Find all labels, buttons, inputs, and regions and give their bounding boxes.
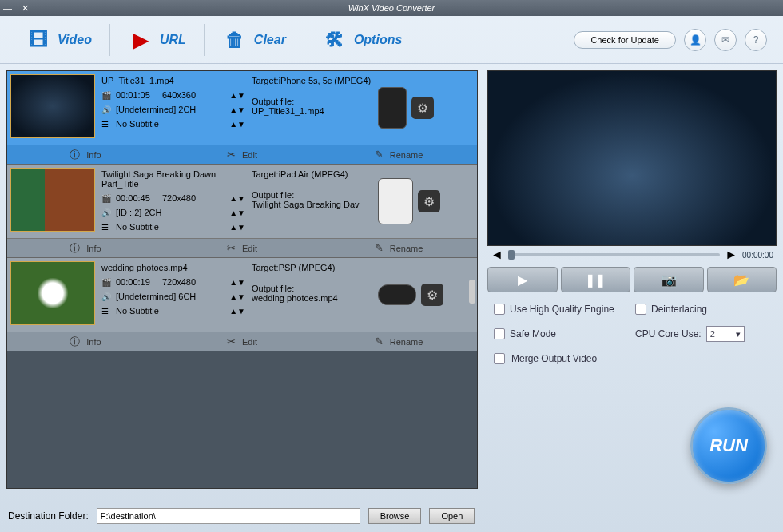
close-button[interactable]: ✕: [22, 3, 29, 14]
speaker-icon: 🔊: [101, 292, 111, 301]
clapper-icon: 🎬: [101, 91, 111, 100]
settings-gear-button[interactable]: ⚙: [411, 97, 434, 119]
output-filename: Twilight Saga Breaking Dav: [252, 200, 372, 209]
rename-button[interactable]: ✎Rename: [320, 335, 477, 347]
video-thumbnail: [10, 261, 95, 325]
snapshot-button[interactable]: 📷: [634, 267, 704, 292]
open-folder-button[interactable]: 📂: [707, 267, 777, 292]
destination-label: Destination Folder:: [8, 510, 89, 522]
audio-stream-stepper[interactable]: ▲▼: [229, 208, 245, 217]
speaker-icon: 🔊: [101, 208, 111, 217]
add-url-button[interactable]: ▶ URL: [118, 24, 196, 56]
scrollbar-grip[interactable]: [469, 280, 475, 304]
video-stream-stepper[interactable]: ▲▼: [229, 91, 245, 100]
timeline-playhead[interactable]: [508, 250, 515, 260]
scissors-icon: ✂: [227, 242, 236, 254]
clapper-icon: 🎬: [101, 278, 111, 287]
trash-icon: 🗑: [222, 27, 248, 53]
scissors-icon: ✂: [227, 335, 236, 347]
check-update-button[interactable]: Check for Update: [574, 31, 676, 49]
merge-output-checkbox[interactable]: [494, 353, 505, 364]
rename-icon: ✎: [375, 242, 384, 254]
scissors-icon: ✂: [227, 149, 236, 161]
high-quality-checkbox[interactable]: [494, 304, 505, 315]
video-filename: UP_Title31_1.mp4: [101, 76, 245, 85]
subtitle-icon: ☰: [101, 223, 111, 232]
edit-button[interactable]: ✂Edit: [164, 149, 320, 161]
device-iphone-icon: [378, 87, 407, 129]
video-thumbnail: [10, 74, 95, 138]
separator: [204, 24, 205, 56]
target-format: Target:iPhone 5s, 5c (MPEG4): [252, 76, 372, 85]
video-list-item[interactable]: Twilight Saga Breaking Dawn Part_Title 🎬…: [7, 165, 477, 258]
audio-stream-stepper[interactable]: ▲▼: [229, 292, 245, 301]
timeline-track[interactable]: [508, 253, 720, 256]
subtitle-stepper[interactable]: ▲▼: [229, 223, 245, 232]
wrench-icon: 🛠: [322, 27, 348, 53]
video-list-item[interactable]: wedding photoes.mp4 🎬00:00:19 720x480▲▼ …: [7, 258, 477, 351]
device-psp-icon: [378, 284, 416, 305]
main-toolbar: 🎞 Video ▶ URL 🗑 Clear 🛠 Options Check fo…: [0, 16, 783, 64]
chevron-down-icon: ▾: [736, 329, 741, 339]
cpu-core-select[interactable]: 2▾: [706, 326, 745, 342]
timeline-start-marker[interactable]: ◄: [491, 248, 503, 262]
rename-icon: ✎: [375, 335, 384, 347]
video-filename: Twilight Saga Breaking Dawn Part_Title: [101, 169, 245, 189]
target-format: Target:iPad Air (MPEG4): [252, 169, 372, 179]
timeline: ◄ ► 00:00:00: [487, 248, 777, 262]
mail-icon[interactable]: ✉: [714, 29, 737, 51]
titlebar: WinX Video Converter — ✕: [0, 0, 783, 16]
preview-pane: [487, 70, 777, 246]
info-icon: ⓘ: [70, 241, 80, 256]
video-stream-stepper[interactable]: ▲▼: [229, 194, 245, 203]
play-button[interactable]: ▶: [487, 267, 558, 292]
subtitle-stepper[interactable]: ▲▼: [229, 120, 245, 129]
device-ipad-icon: [378, 178, 413, 224]
subtitle-stepper[interactable]: ▲▼: [229, 307, 245, 316]
video-thumbnail: [10, 168, 95, 232]
info-button[interactable]: ⓘInfo: [7, 335, 164, 349]
audio-stream-stepper[interactable]: ▲▼: [229, 105, 245, 114]
add-video-button[interactable]: 🎞 Video: [16, 24, 101, 56]
timecode: 00:00:00: [742, 251, 773, 260]
rename-button[interactable]: ✎Rename: [320, 242, 477, 254]
pause-button[interactable]: ❚❚: [561, 267, 631, 292]
video-list-item[interactable]: UP_Title31_1.mp4 🎬00:01:05 640x360▲▼ 🔊[U…: [7, 71, 477, 165]
rename-button[interactable]: ✎Rename: [320, 149, 477, 161]
info-button[interactable]: ⓘInfo: [7, 148, 164, 162]
minimize-button[interactable]: —: [3, 3, 12, 14]
speaker-icon: 🔊: [101, 105, 111, 114]
run-button[interactable]: RUN: [690, 407, 767, 484]
settings-gear-button[interactable]: ⚙: [418, 190, 440, 212]
deinterlacing-checkbox[interactable]: [635, 304, 646, 315]
info-button[interactable]: ⓘInfo: [7, 241, 164, 256]
separator: [304, 24, 304, 56]
timeline-end-marker[interactable]: ►: [725, 248, 737, 262]
film-plus-icon: 🎞: [26, 27, 51, 53]
account-icon[interactable]: 👤: [684, 29, 706, 51]
clear-button[interactable]: 🗑 Clear: [213, 24, 296, 56]
info-icon: ⓘ: [70, 148, 80, 162]
separator: [109, 24, 110, 56]
youtube-icon: ▶: [128, 27, 153, 53]
edit-button[interactable]: ✂Edit: [164, 242, 320, 254]
options-button[interactable]: 🛠 Options: [312, 24, 411, 56]
output-filename: wedding photoes.mp4: [252, 293, 372, 303]
safe-mode-checkbox[interactable]: [494, 328, 505, 339]
app-title: WinX Video Converter: [0, 3, 783, 13]
destination-input[interactable]: [97, 508, 360, 524]
browse-button[interactable]: Browse: [368, 508, 422, 524]
video-filename: wedding photoes.mp4: [101, 263, 245, 272]
help-icon[interactable]: ?: [745, 29, 767, 51]
subtitle-icon: ☰: [101, 307, 111, 316]
clapper-icon: 🎬: [101, 194, 111, 203]
settings-gear-button[interactable]: ⚙: [421, 284, 443, 306]
subtitle-icon: ☰: [101, 120, 111, 129]
video-stream-stepper[interactable]: ▲▼: [229, 278, 245, 287]
info-icon: ⓘ: [70, 335, 80, 349]
open-button[interactable]: Open: [429, 508, 475, 524]
output-filename: UP_Title31_1.mp4: [252, 106, 372, 116]
edit-button[interactable]: ✂Edit: [164, 335, 320, 347]
video-list: UP_Title31_1.mp4 🎬00:01:05 640x360▲▼ 🔊[U…: [6, 70, 478, 489]
target-format: Target:PSP (MPEG4): [252, 263, 372, 272]
